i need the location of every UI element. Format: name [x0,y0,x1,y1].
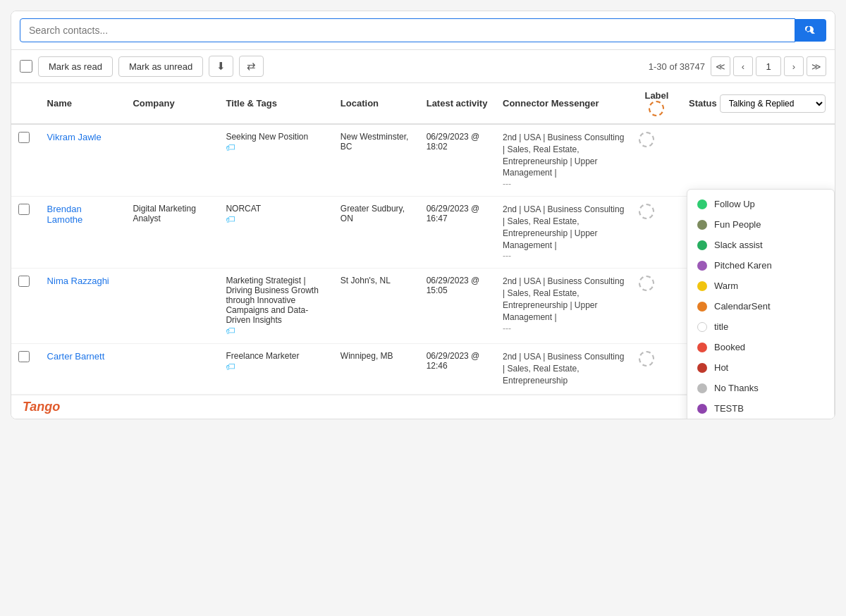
label-item-text: Pitched Karen [714,260,772,271]
last-page-button[interactable]: ≫ [807,56,826,76]
export-button[interactable]: ⬇ [209,56,233,77]
tag-icon: 🏷 [226,214,235,225]
label-header-circle[interactable] [649,101,664,116]
row-name: Nima Razzaghi [40,269,126,344]
row-activity: 06/29/2023 @ 18:02 [419,124,496,197]
table-section: Name Company Title & Tags Location Lates… [11,83,835,395]
row-location: St John's, NL [333,269,419,344]
search-input[interactable] [20,18,795,42]
label-item-text: Follow Up [714,199,755,209]
row-label [632,269,682,344]
row-checkbox-cell [11,269,40,344]
label-dropdown-item[interactable]: No Thanks [687,378,834,398]
table-row: Vikram Jawle Seeking New Position 🏷 New … [11,124,835,197]
tag-icon: 🏷 [226,361,235,372]
row-title: Marketing Strategist | Driving Business … [219,269,333,344]
row-checkbox[interactable] [18,132,30,143]
contact-name-link[interactable]: Nima Razzaghi [47,276,109,286]
label-circle[interactable] [639,351,654,366]
row-activity: 06/29/2023 @ 15:05 [419,269,496,344]
label-dropdown-item[interactable]: TESTB [687,398,834,419]
shuffle-button[interactable]: ⇄ [239,56,264,77]
th-title: Title & Tags [219,83,333,124]
select-all-checkbox[interactable] [20,60,32,73]
label-dropdown-item[interactable]: Warm [687,276,834,296]
row-checkbox[interactable] [18,276,30,287]
search-bar [11,11,835,50]
th-activity: Latest activity [419,83,496,124]
tag-icon: 🏷 [226,325,235,336]
row-location: New Westminster, BC [333,124,419,197]
th-checkbox [11,83,40,124]
label-item-text: Warm [714,281,738,291]
row-connector: 2nd | USA | Business Consulting | Sales,… [496,197,632,269]
pagination-info: 1-30 of 38747 [649,61,705,72]
row-connector: 2nd | USA | Business Consulting | Sales,… [496,269,632,344]
row-name: Carter Barnett [40,344,126,394]
page-number: 1 [756,56,781,76]
th-location: Location [333,83,419,124]
tag-icon: 🏷 [226,142,235,153]
row-company: Digital Marketing Analyst [125,197,219,269]
label-dropdown-item[interactable]: title [687,316,834,337]
label-item-text: Slack assist [714,240,763,250]
label-dropdown-item[interactable]: Hot [687,357,834,378]
label-dropdown-item[interactable]: Slack assist [687,235,834,255]
contact-name-link[interactable]: Brendan Lamothe [47,204,83,225]
label-item-text: Hot [714,362,728,373]
row-name: Brendan Lamothe [40,197,126,269]
label-item-text: Fun People [714,219,761,230]
row-connector: 2nd | USA | Business Consulting | Sales,… [496,124,632,197]
row-activity: 06/29/2023 @ 16:47 [419,197,496,269]
th-company: Company [125,83,219,124]
label-dropdown-item[interactable]: Pitched Karen [687,255,834,276]
status-filter-dropdown[interactable]: Talking & Replied [720,94,826,113]
pagination: 1-30 of 38747 ≪ ‹ 1 › ≫ [649,56,826,76]
label-item-text: title [714,321,728,332]
row-title: NORCAT 🏷 [219,197,333,269]
label-dropdown-item[interactable]: Booked [687,337,834,357]
contact-name-link[interactable]: Vikram Jawle [47,132,102,142]
contact-name-link[interactable]: Carter Barnett [47,351,105,362]
label-dropdown-item[interactable]: Follow Up [687,194,834,214]
row-label [632,344,682,394]
label-circle[interactable] [639,276,654,291]
th-connector: Connector Messenger [496,83,632,124]
search-icon [805,25,816,36]
th-name: Name [40,83,126,124]
row-checkbox-cell [11,197,40,269]
row-checkbox-cell [11,124,40,197]
row-company [125,269,219,344]
row-location: Greater Sudbury, ON [333,197,419,269]
mark-read-button[interactable]: Mark as read [38,56,113,77]
mark-unread-button[interactable]: Mark as unread [118,56,203,77]
label-circle[interactable] [639,204,654,219]
row-label [632,124,682,197]
search-button[interactable] [795,19,826,42]
row-checkbox-cell [11,344,40,394]
row-company [125,124,219,197]
row-checkbox[interactable] [18,351,30,362]
row-company [125,344,219,394]
row-title: Seeking New Position 🏷 [219,124,333,197]
row-checkbox[interactable] [18,204,30,215]
label-dropdown-item[interactable]: Fun People [687,214,834,235]
row-status [682,124,835,197]
first-page-button[interactable]: ≪ [711,56,730,76]
th-status: Status Talking & Replied [682,83,835,124]
label-dropdown-item[interactable]: TESTA [687,419,834,419]
tango-logo: Tango [23,400,60,414]
row-title: Freelance Marketer 🏷 [219,344,333,394]
row-label [632,197,682,269]
label-item-text: No Thanks [714,383,759,393]
main-container: Mark as read Mark as unread ⬇ ⇄ 1-30 of … [11,11,835,419]
row-location: Winnipeg, MB [333,344,419,394]
row-connector: 2nd | USA | Business Consulting | Sales,… [496,344,632,394]
next-page-button[interactable]: › [784,56,804,76]
label-circle[interactable] [639,132,654,147]
row-name: Vikram Jawle [40,124,126,197]
label-item-text: Booked [714,342,745,352]
prev-page-button[interactable]: ‹ [733,56,753,76]
label-dropdown-item[interactable]: CalendarSent [687,296,834,316]
toolbar: Mark as read Mark as unread ⬇ ⇄ 1-30 of … [11,50,835,83]
